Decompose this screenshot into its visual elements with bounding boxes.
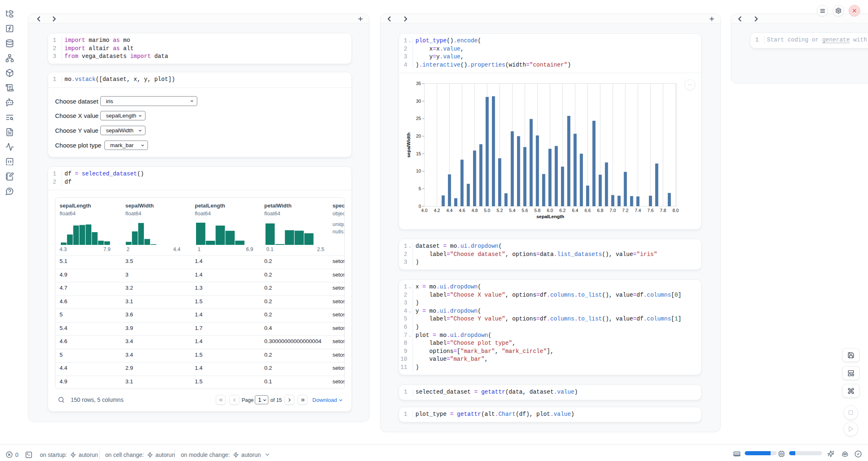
svg-text:5.8: 5.8 xyxy=(534,208,540,213)
svg-text:35: 35 xyxy=(416,81,421,86)
svg-text:4.4: 4.4 xyxy=(446,208,452,213)
svg-text:5: 5 xyxy=(418,186,421,191)
svg-text:6.2: 6.2 xyxy=(559,208,566,213)
svg-text:7.2: 7.2 xyxy=(622,208,628,213)
svg-text:25: 25 xyxy=(416,116,421,121)
svg-text:sepalLength: sepalLength xyxy=(536,214,564,219)
svg-text:5.4: 5.4 xyxy=(509,208,515,213)
svg-text:7.6: 7.6 xyxy=(647,208,653,213)
svg-text:6.4: 6.4 xyxy=(572,208,578,213)
svg-text:5.2: 5.2 xyxy=(496,208,503,213)
svg-text:20: 20 xyxy=(416,134,421,138)
svg-text:0: 0 xyxy=(418,204,421,209)
svg-text:4.6: 4.6 xyxy=(459,208,465,213)
svg-text:6.8: 6.8 xyxy=(597,208,603,213)
svg-text:10: 10 xyxy=(416,168,421,173)
svg-text:4.0: 4.0 xyxy=(421,208,427,213)
svg-text:7.0: 7.0 xyxy=(609,208,616,213)
svg-text:8.0: 8.0 xyxy=(672,208,679,213)
svg-text:6.6: 6.6 xyxy=(584,208,591,213)
svg-text:30: 30 xyxy=(416,99,421,104)
svg-text:7.8: 7.8 xyxy=(660,208,666,213)
svg-text:5.0: 5.0 xyxy=(484,208,490,213)
svg-text:6.0: 6.0 xyxy=(547,208,553,213)
svg-text:15: 15 xyxy=(416,151,421,156)
svg-text:4.2: 4.2 xyxy=(434,208,440,213)
svg-text:5.6: 5.6 xyxy=(522,208,528,213)
svg-text:sepalWidth: sepalWidth xyxy=(406,132,411,157)
svg-text:7.4: 7.4 xyxy=(635,208,641,213)
svg-text:4.8: 4.8 xyxy=(471,208,478,213)
